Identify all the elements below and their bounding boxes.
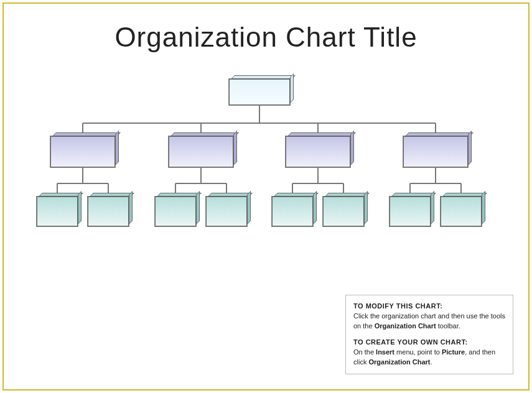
org-node-l2-4: [403, 136, 469, 168]
modify-body-bold: Organization Chart: [375, 322, 436, 330]
org-node-l2-3: [285, 136, 351, 168]
org-node-l3-6: [322, 196, 365, 227]
create-body-pre: On the: [353, 348, 376, 356]
org-node-l3-1: [36, 196, 78, 227]
org-node-l2-2: [168, 136, 234, 168]
org-node-l3-3: [154, 196, 197, 227]
create-body-post: .: [430, 358, 432, 366]
org-node-l3-5: [271, 196, 314, 227]
create-body-bold3: Organization Chart: [368, 358, 430, 366]
org-node-l3-2: [87, 196, 129, 227]
modify-body-post: toolbar.: [436, 322, 460, 330]
modify-instruction: TO MODIFY THIS CHART: Click the organiza…: [353, 302, 505, 331]
org-chart: [0, 75, 532, 261]
page-title: Organization Chart Title: [0, 22, 532, 53]
create-body-mid: menu, point to: [394, 348, 442, 356]
org-node-l3-8: [440, 196, 482, 227]
org-node-l2-1: [50, 136, 116, 168]
create-body-bold2: Picture: [442, 348, 465, 356]
create-instruction: TO CREATE YOUR OWN CHART: On the Insert …: [353, 338, 505, 368]
org-node-root: [228, 78, 291, 106]
org-node-l3-4: [205, 196, 248, 227]
instructions-panel: TO MODIFY THIS CHART: Click the organiza…: [345, 295, 513, 374]
create-header: TO CREATE YOUR OWN CHART:: [353, 338, 468, 346]
modify-header: TO MODIFY THIS CHART:: [353, 302, 442, 310]
org-node-l3-7: [389, 196, 431, 227]
create-body-bold1: Insert: [376, 348, 394, 356]
